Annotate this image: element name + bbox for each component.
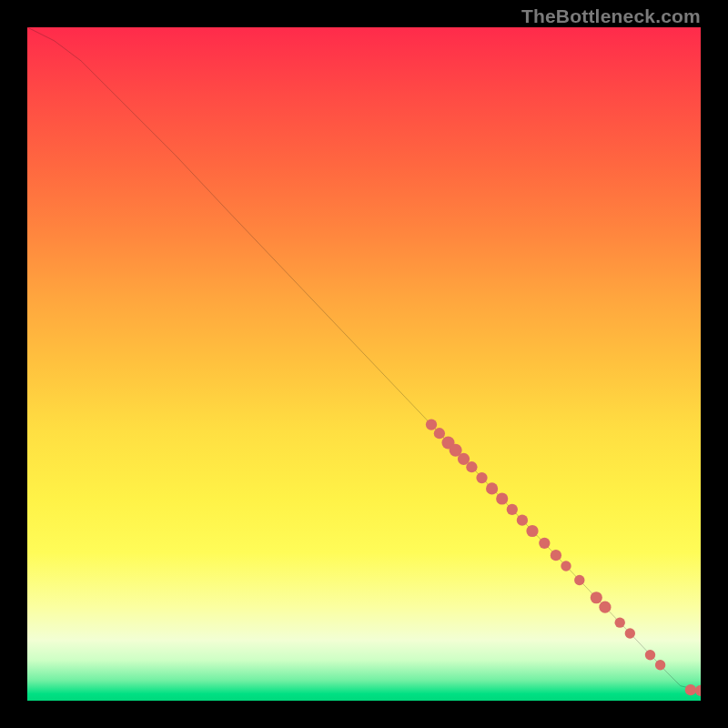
marker-dot bbox=[599, 602, 611, 613]
marker-dot bbox=[539, 538, 550, 549]
marker-dot bbox=[426, 419, 437, 430]
chart-svg bbox=[27, 27, 701, 701]
marker-dot bbox=[507, 504, 518, 515]
curve-path bbox=[27, 27, 701, 691]
marker-layer bbox=[426, 419, 701, 696]
plot-area bbox=[27, 27, 701, 701]
marker-dot bbox=[496, 492, 508, 504]
marker-dot bbox=[625, 628, 635, 638]
marker-dot bbox=[591, 592, 602, 603]
marker-dot bbox=[645, 650, 655, 660]
marker-dot bbox=[526, 525, 538, 537]
marker-dot bbox=[517, 515, 528, 526]
marker-dot bbox=[695, 685, 701, 696]
chart-frame: TheBottleneck.com bbox=[0, 0, 728, 728]
marker-dot bbox=[434, 428, 445, 439]
marker-dot bbox=[486, 482, 498, 494]
watermark-text: TheBottleneck.com bbox=[521, 5, 701, 27]
marker-dot bbox=[561, 561, 571, 571]
marker-dot bbox=[615, 617, 625, 627]
marker-dot bbox=[655, 660, 665, 670]
marker-dot bbox=[574, 575, 584, 585]
marker-dot bbox=[551, 550, 561, 561]
marker-dot bbox=[476, 472, 487, 483]
marker-dot bbox=[685, 684, 696, 695]
marker-dot bbox=[466, 461, 477, 472]
